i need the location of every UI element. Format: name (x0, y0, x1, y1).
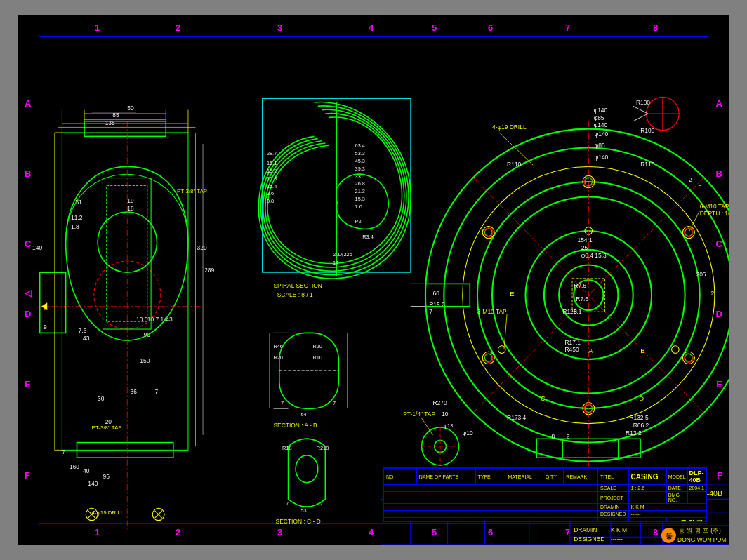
svg-text:R20: R20 (312, 343, 322, 349)
svg-text:20: 20 (105, 418, 112, 425)
svg-point-255 (484, 353, 493, 362)
svg-text:K K M: K K M (611, 526, 627, 533)
svg-text:28.7: 28.7 (267, 150, 277, 156)
svg-text:D: D (639, 394, 644, 402)
designed-value: ------ (628, 511, 706, 518)
qty-header: Q'TY (543, 469, 564, 485)
svg-text:50: 50 (127, 105, 134, 112)
svg-text:7: 7 (429, 308, 432, 315)
svg-text:10.7 14: 10.7 14 (147, 316, 167, 323)
svg-text:SECTION : C - D: SECTION : C - D (276, 518, 321, 525)
svg-text:φ140: φ140 (595, 154, 609, 161)
company-name: 동 원 펌 프 (주) (679, 519, 704, 522)
dramin-label: DRAMIN (598, 504, 629, 511)
svg-text:SCALE : 8 / 1: SCALE : 8 / 1 (277, 291, 313, 298)
svg-point-245 (484, 354, 492, 362)
svg-text:3.8: 3.8 (267, 198, 274, 204)
svg-text:7: 7 (320, 500, 323, 507)
svg-text:R110: R110 (640, 161, 654, 168)
svg-text:R18: R18 (282, 445, 292, 451)
svg-text:15.3: 15.3 (355, 196, 365, 202)
title-value: CASING (628, 469, 666, 485)
date-label: DATE (666, 485, 687, 492)
svg-text:DRAMIN: DRAMIN (574, 526, 597, 533)
svg-point-253 (685, 353, 694, 362)
svg-text:R132.5: R132.5 (629, 414, 648, 421)
svg-text:DONG WON PUMP CO.,LTD: DONG WON PUMP CO.,LTD (677, 536, 729, 543)
svg-text:3-M10 TAP: 3-M10 TAP (477, 308, 507, 315)
svg-text:DESIGNED: DESIGNED (574, 535, 604, 542)
svg-text:43: 43 (83, 335, 90, 342)
svg-text:φ85: φ85 (595, 142, 605, 149)
svg-text:R100: R100 (636, 99, 650, 106)
svg-text:135: 135 (105, 119, 115, 126)
svg-text:40: 40 (83, 467, 90, 474)
remark-header: REMARK (564, 469, 598, 485)
svg-text:15.1: 15.1 (267, 160, 277, 166)
svg-text:R20: R20 (273, 354, 283, 361)
svg-text:60: 60 (432, 289, 439, 296)
svg-text:6-M10 TAP: 6-M10 TAP (700, 203, 729, 210)
svg-text:7: 7 (281, 400, 284, 406)
svg-point-126 (672, 346, 680, 354)
svg-line-174 (500, 133, 534, 165)
svg-text:φ10: φ10 (463, 429, 473, 436)
svg-text:R270: R270 (432, 399, 447, 406)
svg-line-179 (633, 114, 648, 121)
svg-text:150: 150 (140, 357, 150, 364)
svg-text:10: 10 (442, 411, 449, 418)
dmg-label: DMG NO. (666, 492, 687, 504)
svg-point-95 (296, 455, 318, 483)
svg-text:15.3: 15.3 (267, 175, 277, 182)
project-value (628, 492, 666, 504)
svg-text:25: 25 (581, 244, 588, 251)
svg-text:동: 동 (666, 532, 673, 540)
dmg-value (687, 492, 706, 504)
svg-text:14: 14 (333, 260, 338, 266)
checked-label: CHECKED (598, 518, 629, 523)
svg-text:45.3: 45.3 (355, 158, 365, 164)
svg-text:R17.1: R17.1 (565, 338, 581, 345)
svg-text:15.4: 15.4 (267, 183, 277, 189)
svg-text:R3.4: R3.4 (362, 234, 374, 240)
designed-label: DESIGNED (598, 511, 629, 518)
drawing-frame: A B C ◁ D E F A B C D E F 1 2 3 4 5 6 7 … (15, 13, 732, 547)
svg-text:289: 289 (204, 267, 214, 274)
svg-text:160: 160 (70, 463, 79, 470)
svg-text:PT-3/8" TAP: PT-3/8" TAP (177, 188, 207, 194)
svg-text:320: 320 (197, 244, 207, 251)
svg-text:φ140: φ140 (595, 131, 609, 138)
svg-text:R13.2: R13.2 (626, 429, 642, 436)
svg-text:18: 18 (127, 205, 134, 212)
svg-text:E: E (510, 290, 514, 298)
svg-text:R66.2: R66.2 (633, 422, 649, 429)
svg-text:동 원 펌 프 (주): 동 원 펌 프 (주) (679, 527, 721, 534)
svg-text:PT-3/8" TAP: PT-3/8" TAP (92, 425, 122, 431)
svg-text:7: 7 (154, 387, 158, 394)
model-label: MODEL (666, 469, 687, 485)
svg-text:9: 9 (44, 324, 47, 331)
svg-text:53.3: 53.3 (355, 150, 365, 156)
company-logo-icon: 5 (668, 521, 677, 522)
svg-text:φ13: φ13 (444, 422, 453, 429)
checked-value: O J S (628, 518, 666, 523)
svg-text:15.2: 15.2 (267, 168, 277, 174)
svg-text:C: C (541, 394, 546, 402)
svg-text:36: 36 (131, 387, 138, 394)
svg-text:B: B (640, 347, 644, 354)
svg-text:7: 7 (286, 500, 289, 507)
svg-text:7.6: 7.6 (355, 204, 362, 210)
svg-text:Ø.D(225: Ø.D(225 (333, 251, 352, 257)
svg-text:1.8: 1.8 (71, 223, 79, 230)
svg-text:2: 2 (689, 176, 692, 183)
svg-text:SPIRAL SECTION: SPIRAL SECTION (273, 282, 322, 289)
svg-text:------: ------ (611, 535, 623, 542)
svg-text:53: 53 (300, 507, 306, 514)
svg-text:R110: R110 (507, 161, 521, 168)
material-header: MATERIAL (505, 469, 543, 485)
scale-label: SCALE (598, 485, 629, 492)
svg-text:R100: R100 (640, 127, 654, 134)
svg-text:7.6: 7.6 (79, 327, 87, 334)
svg-text:φ85: φ85 (594, 114, 604, 121)
svg-text:39.3: 39.3 (355, 166, 365, 172)
